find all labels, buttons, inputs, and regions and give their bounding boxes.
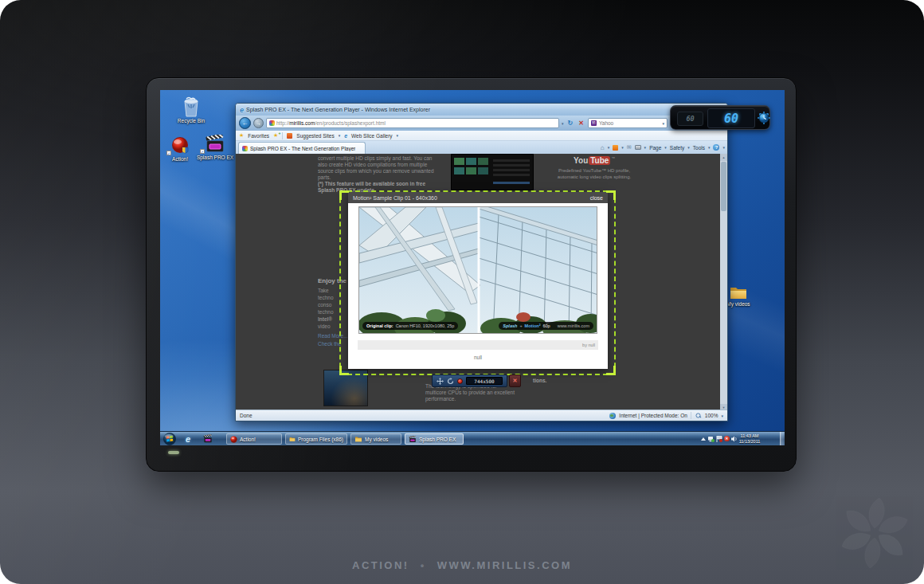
desktop-icon-label: Recycle Bin xyxy=(170,118,213,124)
region-size-display: 744x500 xyxy=(466,377,503,385)
resize-reset-icon[interactable] xyxy=(447,378,454,385)
show-desktop-button[interactable] xyxy=(780,432,785,445)
lightbox-title: Motion² Sample Clip 01 - 640x360 xyxy=(353,195,437,201)
bullet-separator: • xyxy=(421,559,426,571)
read-more-link[interactable]: Read More... xyxy=(318,332,348,340)
chevron-down-icon xyxy=(687,145,690,150)
page-menu[interactable]: Page xyxy=(649,145,661,151)
suggested-sites-button[interactable]: Suggested Sites xyxy=(296,133,334,139)
error-status-icon[interactable] xyxy=(724,436,730,441)
title-bar[interactable]: Splash PRO EX - The Next Generation Play… xyxy=(236,104,727,116)
recorder-controls: 744x500 xyxy=(432,374,507,387)
command-bar: Page Safety Tools xyxy=(601,141,725,154)
check-link[interactable]: Check the xyxy=(318,340,348,348)
page-thumbnail-image xyxy=(323,370,368,406)
poster-background: Recycle Bin xyxy=(0,0,924,584)
caption-splash-motion: Splash + Motion² 60p www.mirillis.com xyxy=(499,322,593,330)
shortcut-arrow-icon xyxy=(200,149,205,154)
chevron-down-icon xyxy=(664,145,667,150)
network-icon[interactable] xyxy=(708,436,715,442)
print-icon[interactable] xyxy=(635,145,641,150)
ie-logo-icon xyxy=(186,434,190,444)
taskbar-ie-icon[interactable] xyxy=(181,433,195,445)
web-slice-gallery-button[interactable]: Web Slice Gallery xyxy=(351,133,393,139)
desktop-icon-splash[interactable]: Splash PRO EX xyxy=(195,133,235,161)
desktop-icon-label: Splash PRO EX xyxy=(195,155,235,161)
chevron-down-icon xyxy=(708,145,711,150)
refresh-button[interactable] xyxy=(566,117,575,129)
favorites-star-icon xyxy=(239,132,244,139)
taskbar-button-my-videos[interactable]: My videos xyxy=(350,433,401,445)
search-box[interactable]: Yahoo xyxy=(588,118,668,128)
monitor-bezel: Recycle Bin xyxy=(146,77,797,472)
chevron-down-icon xyxy=(397,133,399,138)
tab-splash-pro-ex[interactable]: Splash PRO EX - The Next Generation Play… xyxy=(238,142,366,154)
mail-icon[interactable] xyxy=(627,144,632,151)
address-bar[interactable]: http://mirillis.com/en/products/splashex… xyxy=(266,118,559,128)
splash-app-icon xyxy=(195,133,235,154)
add-favorite-icon[interactable]: + xyxy=(273,132,278,139)
chevron-down-icon[interactable] xyxy=(644,145,647,150)
lightbox-body: Original clip: Canon HF10, 1920x1080, 25… xyxy=(348,203,608,369)
youtube-logo: YouTube™ xyxy=(553,156,636,165)
zoom-dropdown-icon[interactable] xyxy=(721,414,723,418)
favorites-button[interactable]: Favorites xyxy=(248,133,269,139)
lightbox-close-button[interactable]: close xyxy=(590,195,603,201)
scroll-up-icon[interactable]: ▲ xyxy=(720,154,727,161)
site-text: WWW.MIRILLIS.COM xyxy=(437,559,572,571)
home-icon[interactable] xyxy=(601,144,605,151)
video-lightbox: Motion² Sample Clip 01 - 640x360 close xyxy=(348,192,608,369)
greenhouse-video-frame xyxy=(359,207,597,334)
brand-text: ACTION! xyxy=(352,559,409,571)
action-center-flag-icon[interactable] xyxy=(716,436,722,442)
player-screenshot xyxy=(451,154,534,190)
tray-clock[interactable]: 11:43 AM 11/13/2011 xyxy=(737,433,762,445)
forward-button[interactable] xyxy=(253,118,264,128)
chevron-down-icon[interactable] xyxy=(621,145,624,150)
status-bar: Done Internet | Protected Mode: On 100% xyxy=(236,410,727,421)
navigation-bar: http://mirillis.com/en/products/splashex… xyxy=(236,116,727,131)
move-icon[interactable] xyxy=(437,378,444,385)
scrollbar[interactable]: ▲ ▼ xyxy=(720,154,727,411)
help-icon[interactable] xyxy=(713,144,719,151)
rss-icon[interactable] xyxy=(613,145,618,151)
taskbar-splash-pinned-icon[interactable] xyxy=(202,433,214,445)
tray-expand-icon[interactable] xyxy=(701,437,706,441)
taskbar-button-action[interactable]: Action! xyxy=(226,433,282,445)
search-text: Yahoo xyxy=(599,120,660,126)
back-button[interactable] xyxy=(239,117,251,129)
clapperboard-icon xyxy=(409,436,417,443)
stop-icon xyxy=(578,120,584,127)
taskbar-button-label: My videos xyxy=(365,437,388,442)
zoom-icon xyxy=(695,413,702,419)
desktop-icon-recycle-bin[interactable]: Recycle Bin xyxy=(170,96,213,124)
start-button[interactable] xyxy=(162,433,176,445)
windows-desktop: Recycle Bin xyxy=(160,90,785,445)
mirillis-flower-watermark xyxy=(830,490,919,573)
clock-time: 11:43 AM xyxy=(737,433,762,439)
power-led xyxy=(168,451,179,454)
address-dropdown-icon[interactable] xyxy=(562,121,564,126)
taskbar-button-label: Action! xyxy=(240,437,256,442)
recycle-bin-icon xyxy=(170,96,213,117)
video-player[interactable]: Original clip: Canon HF10, 1920x1080, 25… xyxy=(358,206,597,334)
byline-text: by null xyxy=(582,343,595,347)
record-button[interactable] xyxy=(457,378,463,384)
desktop-icon-label: Action! xyxy=(162,156,198,163)
clock-date: 11/13/2011 xyxy=(737,439,762,445)
status-done: Done xyxy=(240,413,253,418)
fps-hud: 60 60 xyxy=(670,105,770,130)
search-dropdown-icon[interactable] xyxy=(662,121,664,126)
scrollbar-thumb[interactable] xyxy=(721,162,726,211)
youtube-block: YouTube™ Predefined YouTube™ HD profile,… xyxy=(553,156,636,180)
taskbar-button-splash-pro-ex[interactable]: Splash PRO EX xyxy=(405,433,464,445)
stop-button[interactable] xyxy=(577,117,585,129)
chevron-down-icon[interactable] xyxy=(608,145,610,150)
tools-menu[interactable]: Tools xyxy=(693,145,705,151)
desktop-icon-action[interactable]: Action! xyxy=(162,135,198,163)
safety-menu[interactable]: Safety xyxy=(670,145,684,151)
status-zone: Internet | Protected Mode: On xyxy=(619,413,687,418)
close-region-button[interactable] xyxy=(509,374,521,387)
zoom-level[interactable]: 100% xyxy=(705,413,718,418)
taskbar-button-program-files[interactable]: Program Files (x86) xyxy=(285,433,347,445)
